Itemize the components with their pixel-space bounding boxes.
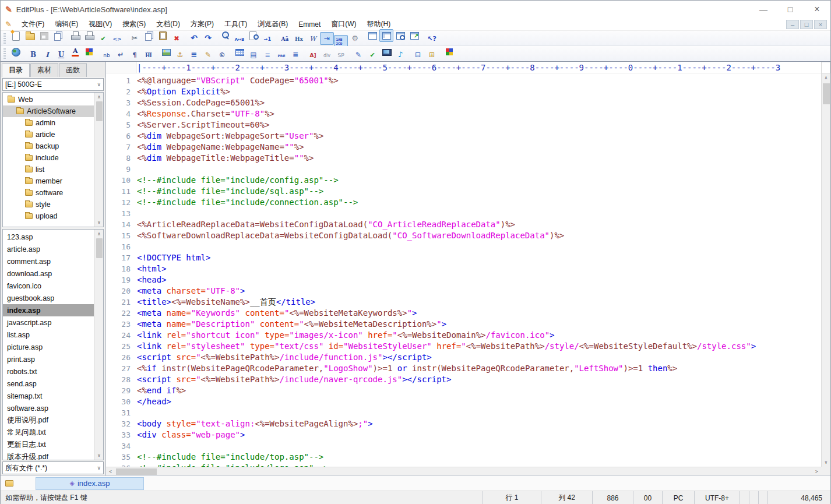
scroll-down-icon[interactable]: ∨ [95,451,104,460]
doc-list-icon[interactable] [365,29,379,42]
font-color-icon[interactable] [68,45,82,58]
file-item-download.asp[interactable]: download.asp [3,267,94,280]
close-button[interactable]: × [804,1,830,18]
replace-icon[interactable]: A↔B [233,33,247,46]
scroll-up-icon[interactable]: ∧ [822,73,831,82]
settings-icon[interactable]: ⚙ [348,31,362,44]
file-item-更新日志.txt[interactable]: 更新日志.txt [3,439,94,451]
div-tag-icon[interactable]: div [320,50,334,62]
file-item-favicon.ico[interactable]: favicon.ico [3,280,94,292]
file-item-comment.asp[interactable]: comment.asp [3,255,94,267]
paste-icon[interactable] [156,29,170,42]
tree-item-admin[interactable]: admin [3,117,94,129]
italic-icon[interactable]: I [40,48,54,61]
wrap-guide-icon[interactable]: ⇥ [320,32,334,45]
save-all-icon[interactable] [51,29,65,42]
span-tag-icon[interactable]: SP [334,49,348,62]
word-wrap-icon[interactable]: W [306,32,320,45]
anchor-icon[interactable]: ⚓ [173,48,187,61]
underline-icon[interactable]: U [54,48,68,61]
tree-item-ArticleSoftware[interactable]: ArticleSoftware [3,105,94,117]
tree-item-member[interactable]: member [3,175,94,187]
toolbar-grip[interactable] [3,48,6,59]
file-filter-selector[interactable]: 所有文件 (*.*) ∨ [2,461,104,474]
scroll-down-icon[interactable]: ∨ [822,458,831,467]
tree-item-list[interactable]: list [3,164,94,175]
redo-icon[interactable]: ↷ [201,31,215,44]
video-icon[interactable] [379,45,393,58]
file-item-article.asp[interactable]: article.asp [3,243,94,255]
tree-item-include[interactable]: include [3,152,94,164]
tree-item-style[interactable]: style [3,199,94,210]
scroll-left-icon[interactable]: < [106,467,115,476]
align-icon[interactable]: ≡ [187,48,201,61]
edit-pencil-icon[interactable]: ✎ [201,48,215,61]
tree-item-software[interactable]: software [3,187,94,199]
image-icon[interactable] [159,45,173,58]
hex-viewer-icon[interactable]: Hx [292,33,306,45]
code-editor[interactable]: |----+----1----+----2----+----3----+----… [106,62,830,475]
div-box-icon[interactable]: ▤ [247,48,260,61]
file-item-index.asp[interactable]: index.asp [3,304,94,316]
file-item-javascript.asp[interactable]: javascript.asp [3,316,94,329]
list-icon[interactable]: ≣ [288,48,302,61]
tree-scrollbar[interactable]: ∧ ∨ [94,93,103,227]
cut-icon[interactable]: ✂ [128,31,142,44]
new-file-icon[interactable] [9,29,23,42]
doc-minimize-button[interactable]: – [786,20,799,29]
folder-icon[interactable] [5,480,13,487]
browser-window-icon[interactable] [393,29,407,42]
file-item-software.asp[interactable]: software.asp [3,402,94,414]
find-in-files-icon[interactable] [247,29,260,42]
file-item-使用说明.pdf[interactable]: 使用说明.pdf [3,414,94,427]
editor-vertical-scrollbar[interactable]: ∧ ∨ [821,73,830,467]
bold-icon[interactable]: B [26,48,40,61]
heading-icon[interactable]: HI [142,49,156,62]
pre-icon[interactable]: PRE [274,50,288,62]
maximize-button[interactable]: □ [777,1,804,18]
delete-icon[interactable]: ✖ [170,32,184,45]
minimize-button[interactable]: — [750,1,777,18]
drive-selector[interactable]: [E:] 500G-E ∨ [2,78,104,91]
file-item-123.asp[interactable]: 123.asp [3,231,94,243]
file-item-picture.asp[interactable]: picture.asp [3,341,94,353]
tab-index-asp[interactable]: ◈ index.asp [36,477,144,490]
form-field-icon[interactable]: ⊞ [425,48,439,61]
scroll-right-icon[interactable]: > [812,467,821,476]
context-help-icon[interactable]: ↖? [425,32,439,45]
audio-icon[interactable]: ♪ [393,48,407,61]
code-area[interactable]: 1<%@language="VBScript" CodePage="65001"… [106,73,821,467]
check-syntax-icon[interactable]: ✔ [365,48,379,61]
doc-close-button[interactable]: × [814,20,827,29]
line-break-icon[interactable]: ↵ [114,48,128,61]
save-icon[interactable] [37,29,51,42]
file-item-list.asp[interactable]: list.asp [3,329,94,341]
browser-icon[interactable] [9,45,23,58]
scroll-down-icon[interactable]: ∨ [95,218,104,227]
print-preview-icon[interactable] [68,29,82,42]
copyright-icon[interactable]: © [215,48,229,61]
print-icon[interactable] [82,29,96,42]
tree-item-backup[interactable]: backup [3,140,94,152]
sidebar-tab-素材[interactable]: 素材 [30,63,58,77]
script-edit-icon[interactable]: ✎ [351,48,365,61]
color-picker-icon[interactable] [442,45,456,58]
font-icon[interactable]: Aã [278,33,292,45]
new-browser-window-icon[interactable] [407,29,421,42]
tree-item-Web[interactable]: Web [3,94,94,105]
nbsp-icon[interactable]: nb [100,49,114,62]
tree-item-article[interactable]: article [3,129,94,140]
copy-icon[interactable] [142,29,156,42]
file-item-print.asp[interactable]: print.asp [3,353,94,365]
doc-restore-button[interactable]: □ [800,20,813,29]
file-item-版本升级.pdf[interactable]: 版本升级.pdf [3,451,94,460]
file-item-guestbook.asp[interactable]: guestbook.asp [3,292,94,304]
scroll-thumb[interactable] [96,101,103,121]
find-icon[interactable] [219,29,233,42]
file-item-常见问题.txt[interactable]: 常见问题.txt [3,427,94,439]
sidebar-tab-目录[interactable]: 目录 [2,63,30,77]
palette-icon[interactable] [82,45,96,58]
scroll-up-icon[interactable]: ∧ [95,93,104,101]
undo-icon[interactable]: ↶ [187,31,201,44]
tab-columns-icon[interactable]: 1AB 2CD [334,35,348,48]
